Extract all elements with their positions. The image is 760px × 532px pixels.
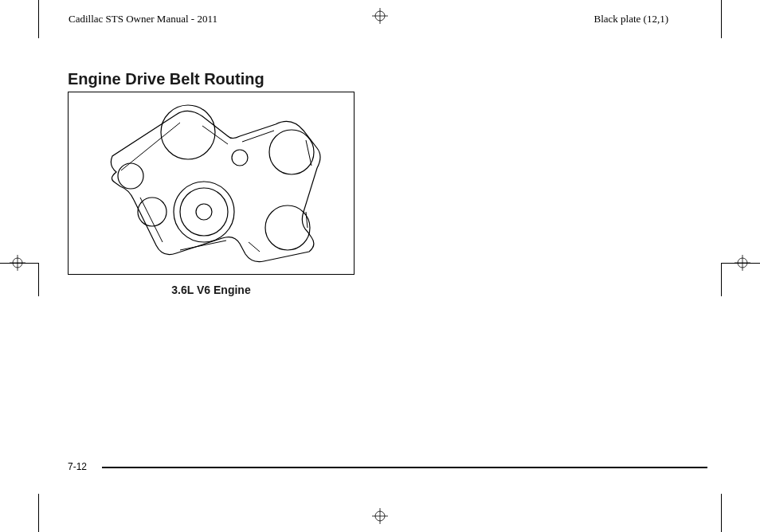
registration-mark-icon (372, 8, 388, 24)
registration-mark-icon (372, 508, 388, 524)
registration-mark-icon (10, 255, 25, 271)
belt-routing-diagram (68, 92, 355, 275)
crop-mark (721, 0, 722, 38)
svg-point-16 (180, 188, 228, 236)
header-left-text: Cadillac STS Owner Manual - 2011 (69, 13, 217, 25)
svg-point-19 (118, 163, 143, 189)
page-number: 7-12 (68, 461, 87, 472)
header-right-text: Black plate (12,1) (594, 13, 669, 25)
svg-point-15 (174, 182, 234, 242)
crop-mark (38, 263, 39, 296)
section-heading: Engine Drive Belt Routing (68, 70, 264, 88)
svg-point-13 (269, 130, 314, 174)
svg-point-17 (196, 204, 212, 220)
svg-point-12 (161, 105, 215, 159)
crop-mark (38, 494, 39, 532)
crop-mark (38, 0, 39, 38)
footer-rule (102, 467, 707, 468)
crop-mark (721, 494, 722, 532)
svg-point-14 (265, 205, 310, 250)
crop-mark (721, 263, 722, 296)
svg-point-20 (232, 150, 248, 166)
registration-mark-icon (735, 255, 750, 271)
figure-caption: 3.6L V6 Engine (68, 284, 355, 296)
